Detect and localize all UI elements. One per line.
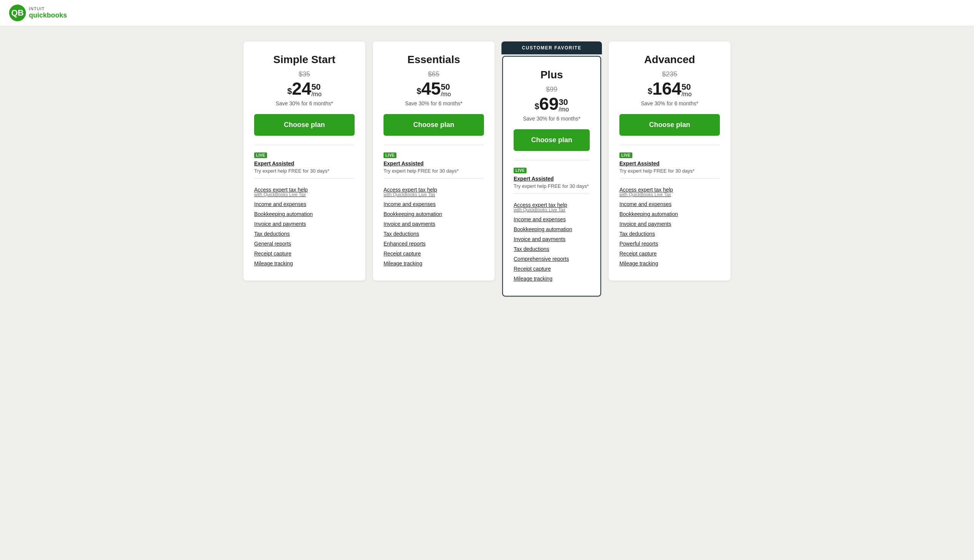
price-main-simple-start: 24 [292, 80, 311, 97]
feature-item-essentials-3[interactable]: Invoice and payments [384, 219, 484, 229]
divider-plus [514, 160, 590, 160]
current-price-plus: $ 69 30 /mo [514, 95, 590, 113]
feature-item-advanced-1[interactable]: Income and expenses [620, 199, 720, 209]
feature-sub-simple-start-0: with QuickBooks Live Tax [254, 192, 354, 197]
feature-sub-essentials-0: with QuickBooks Live Tax [384, 192, 484, 197]
price-cents-mo-advanced: 50 /mo [682, 83, 692, 97]
save-text-essentials: Save 30% for 6 months* [384, 100, 484, 107]
expert-title-simple-start[interactable]: Expert Assisted [254, 160, 354, 167]
feature-item-essentials-4[interactable]: Tax deductions [384, 229, 484, 239]
customer-favorite-badge: CUSTOMER FAVORITE [501, 42, 602, 54]
plan-card-simple-start: Simple Start $35 $ 24 50 /mo Save 30% fo… [244, 42, 365, 280]
expert-subtitle-essentials: Try expert help FREE for 30 days* [384, 168, 484, 174]
logo: QB intuit quickbooks [9, 5, 67, 21]
pricing-section: Simple Start $35 $ 24 50 /mo Save 30% fo… [0, 26, 974, 312]
divider-essentials [384, 145, 484, 145]
feature-item-plus-7[interactable]: Mileage tracking [514, 274, 590, 283]
feature-item-essentials-5[interactable]: Enhanced reports [384, 239, 484, 248]
header: QB intuit quickbooks [0, 0, 974, 26]
price-main-advanced: 164 [652, 80, 682, 97]
svg-text:QB: QB [12, 8, 24, 17]
price-dollar-advanced: $ [648, 85, 652, 97]
original-price-simple-start: $35 [254, 70, 354, 78]
live-badge-simple-start: LIVE [254, 152, 267, 158]
feature-item-plus-5[interactable]: Comprehensive reports [514, 254, 590, 264]
price-cents-mo-essentials: 50 /mo [441, 83, 451, 97]
feature-item-simple-start-7[interactable]: Mileage tracking [254, 258, 354, 268]
live-badge-advanced: LIVE [620, 152, 632, 158]
feature-item-plus-6[interactable]: Receipt capture [514, 264, 590, 274]
price-cents-essentials: 50 [441, 83, 450, 91]
plan-name-simple-start: Simple Start [254, 53, 354, 66]
plan-wrapper-plus: CUSTOMER FAVORITE Plus $99 $ 69 30 /mo S… [502, 56, 601, 297]
price-main-essentials: 45 [421, 80, 441, 97]
price-mo-simple-start: /mo [311, 91, 321, 97]
plan-card-advanced: Advanced $235 $ 164 50 /mo Save 30% for … [609, 42, 730, 280]
expert-title-plus[interactable]: Expert Assisted [514, 176, 590, 182]
price-cents-plus: 30 [558, 98, 568, 107]
price-cents-mo-simple-start: 50 /mo [311, 83, 321, 97]
save-text-advanced: Save 30% for 6 months* [620, 100, 720, 107]
price-dollar-essentials: $ [417, 85, 421, 97]
feature-item-advanced-2[interactable]: Bookkeeping automation [620, 209, 720, 219]
feature-item-simple-start-1[interactable]: Income and expenses [254, 199, 354, 209]
logo-intuit: intuit [29, 7, 67, 12]
feature-item-advanced-3[interactable]: Invoice and payments [620, 219, 720, 229]
feature-item-advanced-4[interactable]: Tax deductions [620, 229, 720, 239]
save-text-simple-start: Save 30% for 6 months* [254, 100, 354, 107]
current-price-simple-start: $ 24 50 /mo [254, 80, 354, 97]
live-badge-essentials: LIVE [384, 152, 396, 158]
feature-item-simple-start-2[interactable]: Bookkeeping automation [254, 209, 354, 219]
feature-item-advanced-5[interactable]: Powerful reports [620, 239, 720, 248]
divider2-advanced [620, 178, 720, 179]
feature-item-advanced-6[interactable]: Receipt capture [620, 248, 720, 258]
choose-plan-button-simple-start[interactable]: Choose plan [254, 114, 354, 136]
feature-item-essentials-2[interactable]: Bookkeeping automation [384, 209, 484, 219]
price-cents-mo-plus: 30 /mo [558, 98, 569, 113]
divider-simple-start [254, 145, 354, 145]
feature-item-essentials-1[interactable]: Income and expenses [384, 199, 484, 209]
feature-sub-advanced-0: with QuickBooks Live Tax [620, 192, 720, 197]
live-badge-plus: LIVE [514, 168, 526, 173]
feature-item-advanced-0[interactable]: Access expert tax help with QuickBooks L… [620, 185, 720, 199]
plan-card-essentials: Essentials $65 $ 45 50 /mo Save 30% for … [373, 42, 495, 280]
price-cents-simple-start: 50 [311, 83, 320, 91]
feature-item-simple-start-6[interactable]: Receipt capture [254, 248, 354, 258]
price-cents-advanced: 50 [682, 83, 690, 91]
choose-plan-button-essentials[interactable]: Choose plan [384, 114, 484, 136]
feature-item-essentials-0[interactable]: Access expert tax help with QuickBooks L… [384, 185, 484, 199]
feature-item-plus-4[interactable]: Tax deductions [514, 244, 590, 254]
expert-subtitle-advanced: Try expert help FREE for 30 days* [620, 168, 720, 174]
price-dollar-plus: $ [535, 101, 539, 113]
divider2-simple-start [254, 178, 354, 179]
feature-item-plus-2[interactable]: Bookkeeping automation [514, 224, 590, 234]
feature-item-simple-start-5[interactable]: General reports [254, 239, 354, 248]
feature-item-simple-start-3[interactable]: Invoice and payments [254, 219, 354, 229]
price-mo-advanced: /mo [682, 91, 692, 97]
expert-title-essentials[interactable]: Expert Assisted [384, 160, 484, 167]
quickbooks-logo-icon: QB [9, 5, 26, 21]
features-list-advanced: Access expert tax help with QuickBooks L… [620, 185, 720, 268]
feature-item-simple-start-4[interactable]: Tax deductions [254, 229, 354, 239]
feature-item-plus-0[interactable]: Access expert tax help with QuickBooks L… [514, 200, 590, 214]
price-main-plus: 69 [539, 95, 558, 113]
feature-item-essentials-6[interactable]: Receipt capture [384, 248, 484, 258]
feature-item-simple-start-0[interactable]: Access expert tax help with QuickBooks L… [254, 185, 354, 199]
plan-name-advanced: Advanced [620, 53, 720, 66]
feature-item-plus-1[interactable]: Income and expenses [514, 214, 590, 224]
divider2-essentials [384, 178, 484, 179]
expert-title-advanced[interactable]: Expert Assisted [620, 160, 720, 167]
feature-item-essentials-7[interactable]: Mileage tracking [384, 258, 484, 268]
feature-item-plus-3[interactable]: Invoice and payments [514, 234, 590, 244]
plan-name-essentials: Essentials [384, 53, 484, 66]
choose-plan-button-plus[interactable]: Choose plan [514, 129, 590, 151]
price-dollar-simple-start: $ [287, 85, 292, 97]
choose-plan-button-advanced[interactable]: Choose plan [620, 114, 720, 136]
logo-quickbooks: quickbooks [29, 12, 67, 20]
feature-item-advanced-7[interactable]: Mileage tracking [620, 258, 720, 268]
divider-advanced [620, 145, 720, 145]
original-price-essentials: $65 [384, 70, 484, 78]
current-price-essentials: $ 45 50 /mo [384, 80, 484, 97]
price-mo-essentials: /mo [441, 91, 451, 97]
current-price-advanced: $ 164 50 /mo [620, 80, 720, 97]
